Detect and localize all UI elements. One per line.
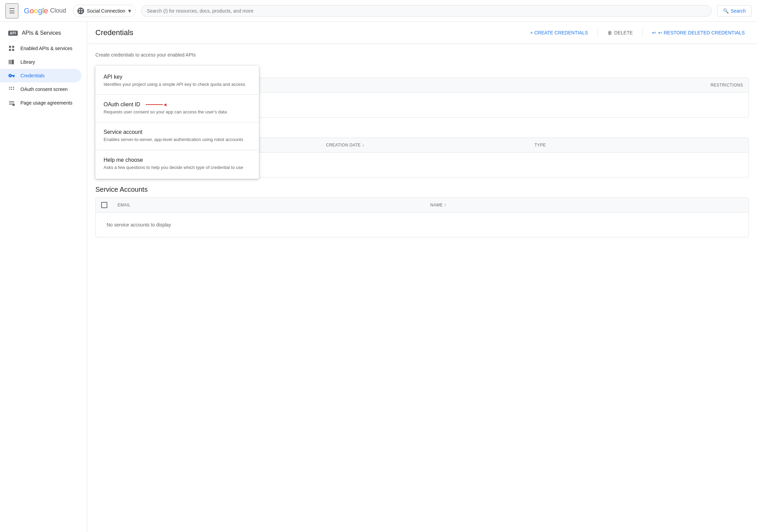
create-credentials-button[interactable]: + CREATE CREDENTIALS <box>526 27 592 38</box>
restore-label: ↩ RESTORE DELETED CREDENTIALS <box>658 30 745 35</box>
sidebar-item-enabled-label: Enabled APIs & services <box>20 46 73 51</box>
svg-point-13 <box>13 104 15 106</box>
svg-point-10 <box>9 89 10 90</box>
sidebar-item-enabled[interactable]: Enabled APIs & services <box>0 42 87 55</box>
delete-label: DELETE <box>614 30 633 35</box>
sidebar: API APIs & Services Enabled APIs & servi… <box>0 22 87 532</box>
sidebar-item-oauth[interactable]: OAuth consent screen <box>0 82 87 96</box>
hamburger-menu-button[interactable]: ☰ <box>5 3 18 18</box>
sidebar-item-credentials-label: Credentials <box>20 73 45 78</box>
content-area: Create credentials to access your enable… <box>87 44 757 246</box>
search-button[interactable]: 🔍 Search <box>717 5 752 17</box>
oauth-client-id-title: OAuth client ID ◄ <box>104 101 251 108</box>
delete-icon: 🗑 <box>607 30 612 35</box>
service-account-desc: Enables server-to-server, app-level auth… <box>104 137 251 143</box>
svg-rect-1 <box>12 46 14 48</box>
svg-rect-6 <box>12 60 14 64</box>
svg-rect-3 <box>12 49 14 51</box>
project-selector[interactable]: Social Connection ▾ <box>73 5 136 17</box>
dropdown-divider-1 <box>95 94 259 95</box>
svg-rect-4 <box>9 60 10 64</box>
sidebar-title: APIs & Services <box>22 30 61 36</box>
red-arrow-head: ◄ <box>163 102 168 107</box>
service-accounts-empty-message: No service accounts to display <box>101 217 176 233</box>
main-layout: API APIs & Services Enabled APIs & servi… <box>0 22 757 532</box>
chevron-down-icon: ▾ <box>128 7 131 15</box>
main-content: Credentials + CREATE CREDENTIALS 🗑 DELET… <box>87 22 757 532</box>
sidebar-item-credentials[interactable]: Credentials <box>0 69 81 82</box>
help-choose-title: Help me choose <box>104 157 251 163</box>
api-badge: API <box>8 31 18 36</box>
svg-point-9 <box>13 87 14 88</box>
google-cloud-logo: Google Cloud <box>24 6 66 15</box>
dropdown-item-oauth-client-id[interactable]: OAuth client ID ◄ Requests user consent … <box>95 96 259 121</box>
sort-up-icon <box>444 203 447 207</box>
oauth-client-id-desc: Requests user consent so your app can ac… <box>104 109 251 115</box>
service-accounts-check-header <box>101 202 118 208</box>
oauth-type-header: Type <box>535 143 743 147</box>
page-usage-icon <box>8 99 15 106</box>
api-key-title: API key <box>104 74 251 80</box>
project-icon-dots <box>79 9 83 13</box>
dropdown-item-api-key[interactable]: API key Identifies your project using a … <box>95 68 259 93</box>
create-credentials-dropdown: API key Identifies your project using a … <box>95 66 259 179</box>
delete-button[interactable]: 🗑 DELETE <box>603 27 637 38</box>
red-arrow-indicator: ◄ <box>146 102 168 107</box>
enabled-apis-icon <box>8 45 15 52</box>
create-credentials-label: + CREATE CREDENTIALS <box>530 30 588 35</box>
page-header: Credentials + CREATE CREDENTIALS 🗑 DELET… <box>87 22 757 44</box>
restore-credentials-button[interactable]: ↩ ↩ RESTORE DELETED CREDENTIALS <box>648 27 749 38</box>
restore-icon: ↩ <box>652 30 656 35</box>
svg-point-12 <box>13 89 14 90</box>
sidebar-nav: Enabled APIs & services Library <box>0 42 87 110</box>
service-account-title: Service account <box>104 129 251 135</box>
cloud-text: Cloud <box>50 7 66 14</box>
service-accounts-table: Email Name No service accounts to displa… <box>95 198 749 237</box>
google-logo-text: Google <box>24 6 48 15</box>
search-icon: 🔍 <box>723 8 729 14</box>
svg-point-7 <box>9 87 10 88</box>
service-accounts-select-all-checkbox[interactable] <box>101 202 107 208</box>
dropdown-divider-2 <box>95 122 259 122</box>
section-description: Create credentials to access your enable… <box>95 52 749 58</box>
sidebar-item-library-label: Library <box>20 59 35 65</box>
search-button-label: Search <box>731 8 746 14</box>
service-accounts-section-title: Service Accounts <box>95 186 749 193</box>
sidebar-header: API APIs & Services <box>0 27 87 42</box>
project-icon <box>77 7 84 14</box>
service-accounts-table-header: Email Name <box>96 198 748 213</box>
search-bar[interactable] <box>141 5 712 17</box>
sidebar-item-page-usage[interactable]: Page usage agreements <box>0 96 87 110</box>
sort-down-icon <box>362 143 365 147</box>
api-keys-restrictions-header: Restrictions <box>430 83 743 88</box>
svg-rect-5 <box>10 60 11 64</box>
oauth-icon <box>8 86 15 93</box>
svg-rect-2 <box>9 49 11 51</box>
library-icon <box>8 59 15 65</box>
sidebar-item-page-usage-label: Page usage agreements <box>20 100 73 106</box>
svg-point-8 <box>11 87 12 88</box>
red-line <box>146 104 163 105</box>
page-title: Credentials <box>95 28 133 37</box>
service-accounts-email-header: Email <box>118 203 430 207</box>
svg-rect-0 <box>9 46 11 48</box>
dropdown-divider-3 <box>95 150 259 150</box>
sidebar-item-library[interactable]: Library <box>0 55 87 69</box>
service-accounts-empty-row: No service accounts to display <box>96 213 748 237</box>
search-input[interactable] <box>147 8 706 14</box>
dropdown-item-service-account[interactable]: Service account Enables server-to-server… <box>95 124 259 148</box>
dropdown-item-help-choose[interactable]: Help me choose Asks a few questions to h… <box>95 152 259 176</box>
top-navigation: ☰ Google Cloud Social Connection ▾ 🔍 Sea… <box>0 0 757 22</box>
oauth-date-header[interactable]: Creation date <box>326 143 535 147</box>
toolbar-divider-2 <box>642 29 643 37</box>
toolbar-divider <box>598 29 598 37</box>
help-choose-desc: Asks a few questions to help you decide … <box>104 165 251 171</box>
project-name: Social Connection <box>87 8 125 14</box>
sidebar-item-oauth-label: OAuth consent screen <box>20 87 68 92</box>
service-accounts-name-header[interactable]: Name <box>430 203 743 207</box>
credentials-icon <box>8 72 15 79</box>
api-key-desc: Identifies your project using a simple A… <box>104 81 251 88</box>
svg-point-11 <box>11 89 12 90</box>
